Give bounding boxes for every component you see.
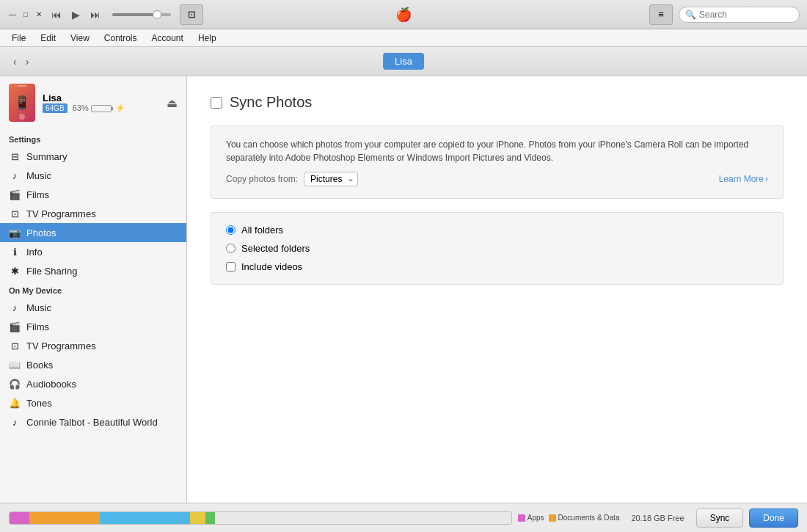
learn-more-link[interactable]: Learn More › [719, 172, 768, 186]
sidebar-item-dev-music[interactable]: ♪ Music [0, 298, 186, 317]
sidebar-item-label: Films [26, 189, 178, 200]
sidebar-item-label: Info [26, 247, 178, 258]
volume-slider[interactable] [112, 13, 171, 16]
menu-controls[interactable]: Controls [98, 32, 143, 45]
search-icon: 🔍 [685, 10, 696, 20]
storage-visualization [9, 511, 512, 525]
dev-connie-icon: ♪ [9, 416, 21, 428]
minimize-button[interactable]: — [7, 10, 18, 20]
device-icon: 📱 [9, 84, 35, 122]
rewind-button[interactable]: ⏮ [48, 7, 65, 22]
sidebar-item-dev-tv[interactable]: ⊡ TV Programmes [0, 336, 186, 355]
sidebar-item-dev-films[interactable]: 🎬 Films [0, 317, 186, 336]
dev-tones-icon: 🔔 [9, 397, 21, 409]
back-button[interactable]: ‹ [9, 53, 21, 70]
battery-percent: 63% [73, 103, 89, 112]
sidebar-item-label: Films [26, 321, 178, 332]
sidebar-item-label: Music [26, 170, 178, 181]
films-icon: 🎬 [9, 189, 21, 200]
info-icon: ℹ [9, 246, 21, 258]
titlebar-controls: — □ ✕ ⏮ ▶ ⏭ ⊡ [7, 4, 203, 25]
window-controls: — □ ✕ [7, 10, 44, 20]
include-videos-label: Include videos [241, 261, 302, 272]
sync-photos-header: Sync Photos [211, 94, 784, 111]
maximize-button[interactable]: □ [21, 10, 31, 20]
menu-view[interactable]: View [65, 32, 95, 45]
sidebar-item-label: Connie Talbot - Beautiful World [26, 417, 178, 428]
battery-bar [91, 105, 112, 112]
sidebar-item-summary[interactable]: ⊟ Summary [0, 147, 186, 166]
learn-more-anchor[interactable]: Learn More › [719, 172, 768, 186]
play-button[interactable]: ▶ [69, 7, 83, 22]
sidebar-item-films[interactable]: 🎬 Films [0, 185, 186, 204]
menu-account[interactable]: Account [146, 32, 189, 45]
all-folders-radio[interactable] [226, 225, 235, 235]
menubar: File Edit View Controls Account Help [0, 29, 807, 47]
sidebar-item-label: File Sharing [26, 266, 178, 277]
sync-button[interactable]: Sync [696, 509, 744, 528]
eject-button[interactable]: ⏏ [167, 96, 178, 110]
include-videos-row: Include videos [226, 261, 768, 272]
apps-segment [10, 512, 29, 524]
dev-audiobooks-icon: 🎧 [9, 378, 21, 390]
sidebar-item-label: Tones [26, 398, 178, 409]
titlebar: — □ ✕ ⏮ ▶ ⏭ ⊡ 🍎 ≡ 🔍 [0, 0, 807, 29]
list-view-button[interactable]: ≡ [649, 4, 673, 25]
titlebar-right: ≡ 🔍 [649, 4, 800, 25]
forward-button[interactable]: › [21, 53, 34, 70]
navbar: ‹ › Lisa [0, 47, 807, 76]
menu-help[interactable]: Help [192, 32, 222, 45]
sidebar-item-label: Summary [26, 151, 178, 162]
apps-legend: Apps [518, 514, 544, 522]
sidebar-item-music[interactable]: ♪ Music [0, 166, 186, 185]
fast-forward-button[interactable]: ⏭ [87, 7, 103, 22]
menu-edit[interactable]: Edit [34, 32, 62, 45]
device-info: Lisa 64GB 63% ⚡ [43, 92, 159, 113]
sidebar-item-label: Music [26, 302, 178, 313]
selected-folders-row: Selected folders [226, 243, 768, 254]
search-box: 🔍 [679, 7, 800, 23]
media-segment [100, 512, 190, 524]
menu-file[interactable]: File [6, 32, 32, 45]
sidebar-item-dev-audiobooks[interactable]: 🎧 Audiobooks [0, 374, 186, 393]
search-input[interactable] [699, 10, 795, 20]
selected-folders-label: Selected folders [241, 243, 310, 254]
learn-more-text: Learn More [719, 172, 764, 186]
sidebar-item-filesharing[interactable]: ✱ File Sharing [0, 261, 186, 280]
tv-icon: ⊡ [9, 208, 21, 219]
statusbar: Apps Documents & Data 20.18 GB Free Sync… [0, 503, 807, 532]
sidebar-item-label: Photos [26, 227, 178, 238]
device-storage: 64GB 63% ⚡ [43, 103, 159, 113]
sidebar-item-photos[interactable]: 📷 Photos [0, 223, 186, 242]
options-box: All folders Selected folders Include vid… [211, 212, 784, 285]
include-videos-checkbox[interactable] [226, 262, 235, 272]
filesharing-icon: ✱ [9, 265, 21, 277]
device-badge[interactable]: Lisa [383, 53, 424, 70]
sidebar-item-tv[interactable]: ⊡ TV Programmes [0, 204, 186, 223]
docs-legend-label: Documents & Data [558, 514, 620, 522]
copy-from-label: Copy photos from: [226, 172, 298, 186]
sidebar-item-label: Audiobooks [26, 379, 178, 390]
sidebar-item-dev-connie[interactable]: ♪ Connie Talbot - Beautiful World [0, 412, 186, 431]
learn-more-arrow-icon: › [765, 172, 768, 186]
sidebar-item-dev-tones[interactable]: 🔔 Tones [0, 393, 186, 412]
close-button[interactable]: ✕ [34, 10, 44, 20]
sidebar-item-dev-books[interactable]: 📖 Books [0, 355, 186, 374]
airplay-button[interactable]: ⊡ [180, 4, 203, 25]
dev-tv-icon: ⊡ [9, 340, 21, 351]
sidebar-item-label: TV Programmes [26, 340, 178, 351]
content-area: Sync Photos You can choose which photos … [187, 76, 807, 503]
copy-from-select[interactable]: Pictures [304, 172, 358, 186]
free-segment [215, 512, 511, 524]
sidebar-item-label: TV Programmes [26, 208, 178, 219]
sync-photos-checkbox[interactable] [211, 97, 222, 109]
other-segment1 [190, 512, 205, 524]
selected-folders-radio[interactable] [226, 244, 235, 253]
on-my-device-section-label: On My Device [0, 280, 186, 298]
all-folders-row: All folders [226, 225, 768, 236]
music-icon: ♪ [9, 170, 21, 181]
summary-icon: ⊟ [9, 150, 21, 162]
all-folders-label: All folders [241, 225, 283, 236]
done-button[interactable]: Done [749, 509, 798, 528]
sidebar-item-info[interactable]: ℹ Info [0, 242, 186, 261]
